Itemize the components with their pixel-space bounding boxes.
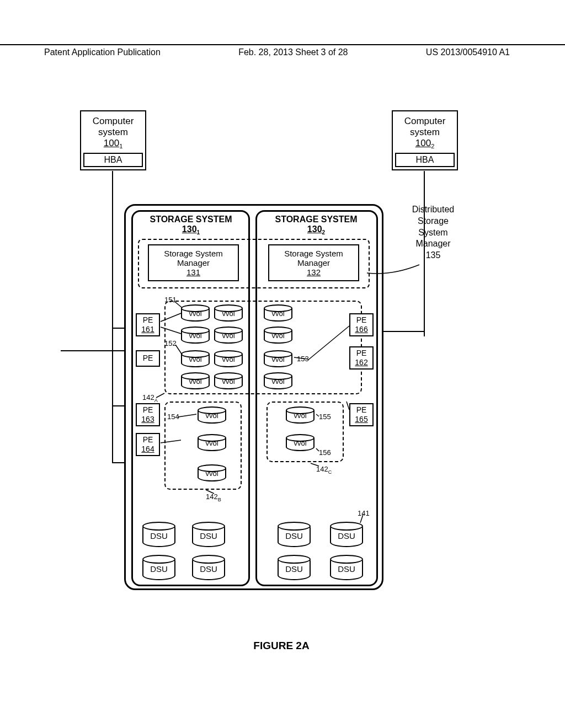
dsu: DSU [192, 556, 225, 580]
connector-line [424, 171, 425, 336]
ref-151: 151 [164, 296, 177, 304]
computer-system-2: Computer system 1002 HBA [392, 110, 458, 170]
ssm2: Storage System Manager 132 [268, 244, 359, 281]
vvol: vvol [181, 327, 210, 344]
pe-162: PE162 [349, 346, 374, 370]
dsu: DSU [142, 523, 175, 547]
vvol: vvol [198, 407, 226, 424]
cs2-hba: HBA [395, 153, 455, 167]
header-center: Feb. 28, 2013 Sheet 3 of 28 [238, 47, 348, 57]
pe-165: PE165 [349, 403, 374, 426]
ss2-title: STORAGE SYSTEM 1302 [261, 215, 371, 235]
storage-cluster: STORAGE SYSTEM 1301 STORAGE SYSTEM 1302 … [124, 204, 383, 590]
ref-142B: 142B [206, 493, 221, 502]
vvol: vvol [181, 373, 210, 389]
computer-system-1: Computer system 1001 HBA [80, 110, 146, 170]
dsu: DSU [278, 523, 311, 547]
connector-line [61, 350, 127, 351]
header-left: Patent Application Publication [44, 47, 161, 57]
ref-142C: 142C [316, 465, 332, 475]
figure-caption: FIGURE 2A [77, 640, 486, 652]
vvol: vvol [264, 373, 292, 389]
vvol: vvol [198, 435, 226, 451]
vvol: vvol [181, 305, 210, 322]
ref-154: 154 [167, 413, 179, 421]
ref-155: 155 [319, 413, 331, 421]
vvol: vvol [214, 327, 243, 344]
header-right: US 2013/0054910 A1 [426, 47, 510, 57]
cs1-hba: HBA [83, 153, 143, 167]
connector-line [383, 331, 425, 332]
pe-161: PE161 [136, 313, 160, 336]
vvol: vvol [214, 351, 243, 367]
vvol: vvol [214, 373, 243, 389]
dsu: DSU [192, 523, 225, 547]
vvol: vvol [181, 351, 210, 367]
dsu: DSU [330, 523, 363, 547]
pe-unlabeled: PE [136, 350, 160, 367]
vvol: vvol [198, 465, 226, 481]
cs1-ref: 1001 [83, 138, 143, 149]
pe-164: PE164 [136, 433, 160, 456]
vvol: vvol [286, 435, 315, 451]
ref-156: 156 [319, 448, 331, 457]
vvol: vvol [264, 305, 292, 322]
cs2-ref: 1002 [395, 138, 455, 149]
page-header: Patent Application Publication Feb. 28, … [0, 44, 565, 57]
vvol: vvol [264, 327, 292, 344]
cs2-line2: system [395, 127, 455, 138]
vvol: vvol [264, 351, 292, 367]
ref-153: 153 [297, 355, 309, 363]
ssm1: Storage System Manager 131 [148, 244, 239, 281]
ref-152: 152 [164, 339, 177, 347]
cs1-line1: Computer [83, 116, 143, 127]
connector-line [112, 171, 113, 463]
figure-2a: Computer system 1001 HBA Computer system… [77, 110, 486, 596]
pe-163: PE163 [136, 403, 160, 426]
ref-142A: 142A [142, 393, 158, 403]
dsu: DSU [142, 556, 175, 580]
dsu: DSU [330, 556, 363, 580]
vvol: vvol [214, 305, 243, 322]
vvol: vvol [286, 407, 315, 424]
dsu: DSU [278, 556, 311, 580]
cs2-line1: Computer [395, 116, 455, 127]
ss1-title: STORAGE SYSTEM 1301 [136, 215, 246, 235]
ref-141: 141 [358, 509, 370, 517]
pe-166: PE166 [349, 313, 374, 336]
distributed-manager-label: Distributed Storage System Manager 135 [403, 204, 463, 261]
cs1-line2: system [83, 127, 143, 138]
